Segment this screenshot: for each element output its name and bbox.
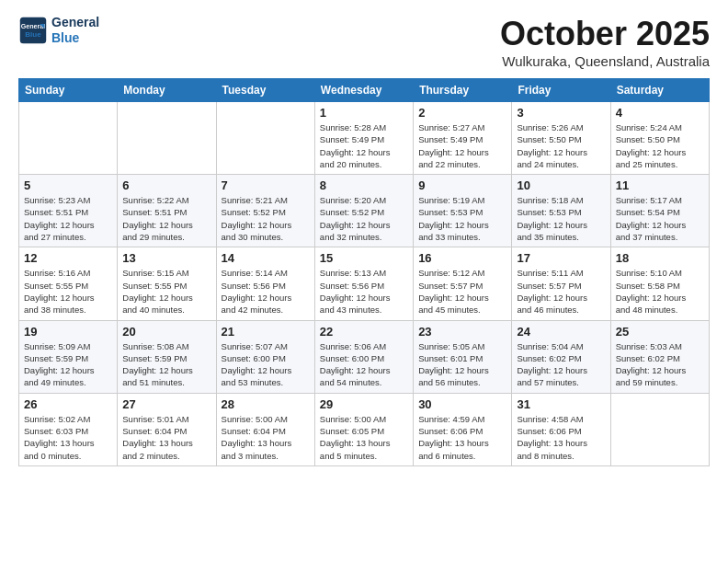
calendar-cell: 14Sunrise: 5:14 AM Sunset: 5:56 PM Dayli… — [216, 247, 314, 320]
calendar-cell: 4Sunrise: 5:24 AM Sunset: 5:50 PM Daylig… — [610, 102, 709, 175]
day-info: Sunrise: 5:27 AM Sunset: 5:49 PM Dayligh… — [418, 121, 506, 170]
location: Wulkuraka, Queensland, Australia — [500, 53, 710, 69]
day-number: 29 — [320, 397, 408, 411]
calendar-cell: 2Sunrise: 5:27 AM Sunset: 5:49 PM Daylig… — [414, 102, 512, 175]
calendar-cell — [610, 393, 709, 465]
day-info: Sunrise: 5:02 AM Sunset: 6:03 PM Dayligh… — [24, 413, 112, 462]
calendar-week-row: 12Sunrise: 5:16 AM Sunset: 5:55 PM Dayli… — [19, 247, 710, 320]
calendar-cell: 18Sunrise: 5:10 AM Sunset: 5:58 PM Dayli… — [610, 247, 709, 320]
calendar-cell: 25Sunrise: 5:03 AM Sunset: 6:02 PM Dayli… — [610, 320, 709, 393]
page-header: General Blue General Blue October 2025 W… — [18, 15, 710, 69]
title-block: October 2025 Wulkuraka, Queensland, Aust… — [500, 15, 710, 69]
logo-icon: General Blue — [18, 16, 48, 45]
day-number: 27 — [122, 397, 210, 411]
calendar-cell: 9Sunrise: 5:19 AM Sunset: 5:53 PM Daylig… — [414, 175, 512, 247]
day-number: 3 — [517, 106, 605, 120]
day-number: 9 — [418, 178, 506, 192]
calendar-cell: 28Sunrise: 5:00 AM Sunset: 6:04 PM Dayli… — [216, 393, 314, 465]
calendar-week-row: 19Sunrise: 5:09 AM Sunset: 5:59 PM Dayli… — [19, 320, 710, 393]
calendar-cell: 8Sunrise: 5:20 AM Sunset: 5:52 PM Daylig… — [314, 175, 413, 247]
day-info: Sunrise: 5:12 AM Sunset: 5:57 PM Dayligh… — [418, 267, 506, 316]
day-info: Sunrise: 5:07 AM Sunset: 6:00 PM Dayligh… — [222, 340, 310, 389]
calendar-cell: 26Sunrise: 5:02 AM Sunset: 6:03 PM Dayli… — [19, 393, 118, 465]
day-info: Sunrise: 5:06 AM Sunset: 6:00 PM Dayligh… — [320, 340, 408, 389]
day-info: Sunrise: 5:17 AM Sunset: 5:54 PM Dayligh… — [616, 194, 704, 243]
day-info: Sunrise: 5:19 AM Sunset: 5:53 PM Dayligh… — [418, 194, 506, 243]
day-info: Sunrise: 5:03 AM Sunset: 6:02 PM Dayligh… — [616, 340, 704, 389]
calendar-cell — [19, 102, 118, 175]
calendar-cell: 10Sunrise: 5:18 AM Sunset: 5:53 PM Dayli… — [512, 175, 610, 247]
day-info: Sunrise: 5:14 AM Sunset: 5:56 PM Dayligh… — [222, 267, 310, 316]
day-number: 16 — [418, 251, 506, 265]
day-number: 30 — [418, 397, 506, 411]
day-info: Sunrise: 5:26 AM Sunset: 5:50 PM Dayligh… — [517, 121, 605, 170]
day-number: 4 — [616, 106, 704, 120]
day-number: 28 — [222, 397, 310, 411]
day-info: Sunrise: 5:00 AM Sunset: 6:05 PM Dayligh… — [320, 413, 408, 462]
calendar-cell: 23Sunrise: 5:05 AM Sunset: 6:01 PM Dayli… — [414, 320, 512, 393]
calendar-cell: 31Sunrise: 4:58 AM Sunset: 6:06 PM Dayli… — [512, 393, 610, 465]
calendar-cell: 6Sunrise: 5:22 AM Sunset: 5:51 PM Daylig… — [118, 175, 216, 247]
weekday-header: Wednesday — [314, 79, 413, 102]
day-number: 24 — [517, 325, 605, 339]
calendar-cell: 24Sunrise: 5:04 AM Sunset: 6:02 PM Dayli… — [512, 320, 610, 393]
day-number: 15 — [320, 251, 408, 265]
calendar-cell: 20Sunrise: 5:08 AM Sunset: 5:59 PM Dayli… — [118, 320, 216, 393]
day-info: Sunrise: 5:18 AM Sunset: 5:53 PM Dayligh… — [517, 194, 605, 243]
day-number: 14 — [222, 251, 310, 265]
weekday-header: Saturday — [610, 79, 709, 102]
logo-text-blue: Blue — [51, 30, 99, 46]
day-number: 26 — [24, 397, 112, 411]
day-info: Sunrise: 5:08 AM Sunset: 5:59 PM Dayligh… — [122, 340, 210, 389]
calendar-cell — [118, 102, 216, 175]
day-number: 8 — [320, 178, 408, 192]
day-number: 1 — [320, 106, 408, 120]
day-info: Sunrise: 5:22 AM Sunset: 5:51 PM Dayligh… — [122, 194, 210, 243]
calendar-cell: 27Sunrise: 5:01 AM Sunset: 6:04 PM Dayli… — [118, 393, 216, 465]
day-info: Sunrise: 5:16 AM Sunset: 5:55 PM Dayligh… — [24, 267, 112, 316]
day-info: Sunrise: 5:15 AM Sunset: 5:55 PM Dayligh… — [122, 267, 210, 316]
calendar-cell: 11Sunrise: 5:17 AM Sunset: 5:54 PM Dayli… — [610, 175, 709, 247]
svg-text:Blue: Blue — [25, 30, 41, 39]
month-title: October 2025 — [500, 15, 710, 53]
day-number: 22 — [320, 325, 408, 339]
weekday-header: Tuesday — [216, 79, 314, 102]
day-number: 13 — [122, 251, 210, 265]
day-info: Sunrise: 5:09 AM Sunset: 5:59 PM Dayligh… — [24, 340, 112, 389]
day-number: 19 — [24, 325, 112, 339]
day-info: Sunrise: 5:13 AM Sunset: 5:56 PM Dayligh… — [320, 267, 408, 316]
day-number: 17 — [517, 251, 605, 265]
calendar-week-row: 26Sunrise: 5:02 AM Sunset: 6:03 PM Dayli… — [19, 393, 710, 465]
day-info: Sunrise: 5:28 AM Sunset: 5:49 PM Dayligh… — [320, 121, 408, 170]
weekday-header: Sunday — [19, 79, 118, 102]
calendar-week-row: 1Sunrise: 5:28 AM Sunset: 5:49 PM Daylig… — [19, 102, 710, 175]
logo-text-general: General — [51, 15, 99, 30]
calendar-cell: 13Sunrise: 5:15 AM Sunset: 5:55 PM Dayli… — [118, 247, 216, 320]
weekday-header: Thursday — [414, 79, 512, 102]
weekday-header-row: SundayMondayTuesdayWednesdayThursdayFrid… — [19, 79, 710, 102]
day-number: 12 — [24, 251, 112, 265]
calendar-table: SundayMondayTuesdayWednesdayThursdayFrid… — [18, 78, 710, 466]
day-number: 6 — [122, 178, 210, 192]
day-number: 7 — [222, 178, 310, 192]
calendar-cell: 16Sunrise: 5:12 AM Sunset: 5:57 PM Dayli… — [414, 247, 512, 320]
day-info: Sunrise: 5:11 AM Sunset: 5:57 PM Dayligh… — [517, 267, 605, 316]
calendar-week-row: 5Sunrise: 5:23 AM Sunset: 5:51 PM Daylig… — [19, 175, 710, 247]
day-number: 25 — [616, 325, 704, 339]
calendar-cell: 30Sunrise: 4:59 AM Sunset: 6:06 PM Dayli… — [414, 393, 512, 465]
calendar-cell: 19Sunrise: 5:09 AM Sunset: 5:59 PM Dayli… — [19, 320, 118, 393]
day-info: Sunrise: 5:21 AM Sunset: 5:52 PM Dayligh… — [222, 194, 310, 243]
day-info: Sunrise: 5:24 AM Sunset: 5:50 PM Dayligh… — [616, 121, 704, 170]
calendar-cell: 29Sunrise: 5:00 AM Sunset: 6:05 PM Dayli… — [314, 393, 413, 465]
calendar-cell — [216, 102, 314, 175]
calendar-cell: 15Sunrise: 5:13 AM Sunset: 5:56 PM Dayli… — [314, 247, 413, 320]
day-info: Sunrise: 5:23 AM Sunset: 5:51 PM Dayligh… — [24, 194, 112, 243]
calendar-cell: 21Sunrise: 5:07 AM Sunset: 6:00 PM Dayli… — [216, 320, 314, 393]
calendar-cell: 7Sunrise: 5:21 AM Sunset: 5:52 PM Daylig… — [216, 175, 314, 247]
weekday-header: Friday — [512, 79, 610, 102]
calendar-cell: 17Sunrise: 5:11 AM Sunset: 5:57 PM Dayli… — [512, 247, 610, 320]
day-number: 23 — [418, 325, 506, 339]
day-info: Sunrise: 5:05 AM Sunset: 6:01 PM Dayligh… — [418, 340, 506, 389]
weekday-header: Monday — [118, 79, 216, 102]
day-info: Sunrise: 5:10 AM Sunset: 5:58 PM Dayligh… — [616, 267, 704, 316]
